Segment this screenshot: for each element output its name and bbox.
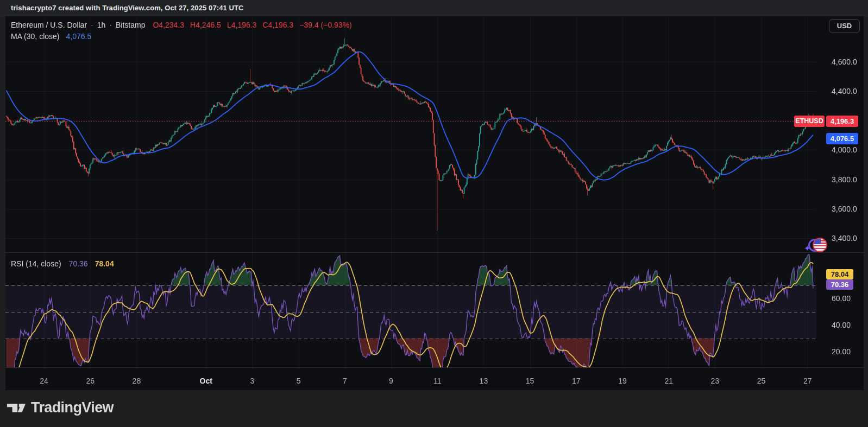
time-axis-tick: 23 [711, 377, 720, 385]
time-axis-tick: 9 [389, 377, 393, 385]
tradingview-logo[interactable]: TradingView [7, 399, 114, 416]
time-axis-tick: 17 [572, 377, 581, 385]
tradingview-brand-text: TradingView [31, 399, 114, 416]
us-flag-icon [813, 238, 827, 252]
rsi-value-tag: 70.36 [826, 279, 853, 290]
exchange-label: Bitstamp [116, 21, 145, 29]
time-axis-tick: Oct [200, 377, 212, 385]
time-axis-tick: 26 [86, 377, 95, 385]
main-legend: Ethereum / U.S. Dollar · 1h · Bitstamp O… [11, 21, 352, 29]
rsi-axis-label: 40.00 [832, 321, 851, 329]
rsi-ma-tag: 78.04 [826, 269, 853, 279]
currency-toggle-button[interactable]: USD [829, 19, 860, 33]
time-axis-tick: 7 [343, 377, 347, 385]
price-axis-label: 4,600.0 [832, 58, 857, 66]
snapshot-title: trishacrypto7 created with TradingView.c… [11, 4, 244, 12]
price-axis-label: 3,400.0 [832, 234, 857, 243]
rsi-axis-label: 20.00 [832, 347, 851, 356]
legend-separator: · [91, 21, 93, 29]
time-axis-tick: 11 [433, 377, 442, 385]
ohlc-values: O4,234.3 H4,246.5 L4,196.3 C4,196.3 −39.… [153, 21, 351, 29]
rsi-indicator-label[interactable]: RSI (14, close) [11, 259, 61, 268]
tradingview-mark-icon [7, 400, 26, 416]
time-axis-tick: 25 [757, 377, 766, 385]
change-value: −39.4 (−0.93%) [299, 21, 352, 29]
price-axis-label: 3,800.0 [832, 175, 857, 184]
time-axis-tick: 24 [40, 377, 48, 385]
time-axis-tick: 13 [480, 377, 488, 385]
close-value: C4,196.3 [262, 21, 293, 29]
price-axis-label: 4,400.0 [832, 87, 857, 95]
snapshot-header: trishacrypto7 created with TradingView.c… [0, 0, 868, 16]
price-axis-label: 3,600.0 [832, 205, 857, 213]
time-axis-tick: 19 [618, 377, 627, 385]
time-axis-tick: 21 [664, 377, 673, 385]
ma-value-tag: 4,076.5 [826, 133, 858, 144]
user-watermark-icon: ✦ [805, 237, 829, 254]
interval-label[interactable]: 1h [97, 21, 106, 29]
ma-legend: MA (30, close) 4,076.5 [11, 32, 91, 41]
ma-indicator-label[interactable]: MA (30, close) [11, 32, 59, 41]
symbol-price-tag: ETHUSD [794, 116, 825, 127]
time-axis-tick: 3 [250, 377, 254, 385]
price-chart-canvas[interactable] [0, 0, 868, 427]
last-price-tag: 4,196.3 [826, 116, 858, 127]
rsi-value: 70.36 [69, 259, 88, 268]
high-value: H4,246.5 [190, 21, 221, 29]
open-value: O4,234.3 [153, 21, 184, 29]
rsi-axis-label: 60.00 [832, 294, 851, 303]
time-axis-tick: 15 [526, 377, 534, 385]
symbol-title[interactable]: Ethereum / U.S. Dollar [11, 21, 87, 29]
time-axis-tick: 5 [297, 377, 301, 385]
time-axis-tick: 28 [133, 377, 141, 385]
time-axis-tick: 27 [803, 377, 812, 385]
rsi-legend: RSI (14, close) 70.36 78.04 [11, 259, 114, 268]
rsi-ma-value: 78.04 [95, 259, 114, 268]
price-axis-label: 4,000.0 [832, 145, 857, 154]
sparkle-icon: ✦ [804, 244, 811, 252]
legend-separator: · [109, 21, 112, 29]
ma-indicator-value: 4,076.5 [66, 32, 91, 41]
low-value: L4,196.3 [227, 21, 257, 29]
